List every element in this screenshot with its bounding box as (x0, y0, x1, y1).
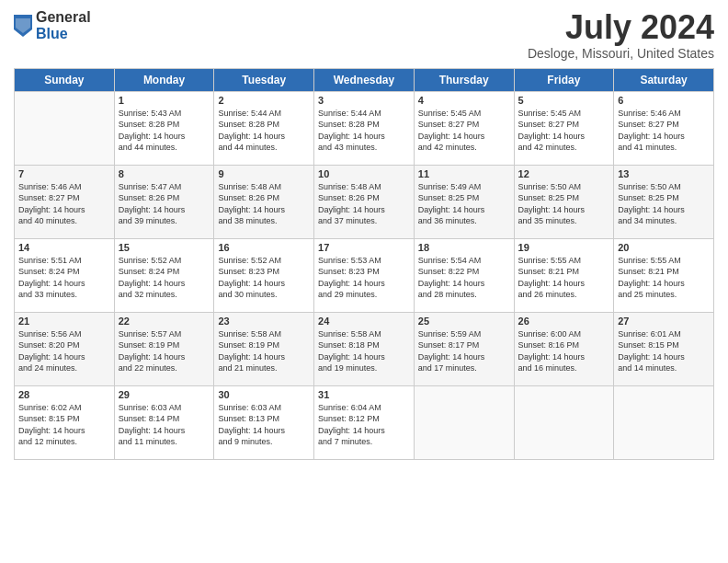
calendar-cell: 31Sunrise: 6:04 AM Sunset: 8:12 PM Dayli… (314, 385, 415, 459)
day-info: Sunrise: 6:01 AM Sunset: 8:15 PM Dayligh… (618, 328, 710, 374)
day-info: Sunrise: 5:46 AM Sunset: 8:27 PM Dayligh… (18, 181, 110, 227)
day-header-saturday: Saturday (614, 68, 714, 91)
day-info: Sunrise: 5:53 AM Sunset: 8:23 PM Dayligh… (318, 255, 410, 301)
day-number: 10 (318, 168, 410, 179)
day-header-tuesday: Tuesday (214, 68, 314, 91)
day-info: Sunrise: 5:59 AM Sunset: 8:17 PM Dayligh… (418, 328, 510, 374)
calendar-cell: 14Sunrise: 5:51 AM Sunset: 8:24 PM Dayli… (15, 238, 115, 312)
calendar-cell (614, 385, 714, 459)
calendar-cell: 10Sunrise: 5:48 AM Sunset: 8:26 PM Dayli… (314, 165, 415, 238)
calendar-cell: 4Sunrise: 5:45 AM Sunset: 8:27 PM Daylig… (414, 91, 514, 165)
header: General Blue July 2024 Desloge, Missouri… (14, 9, 714, 61)
calendar-cell: 27Sunrise: 6:01 AM Sunset: 8:15 PM Dayli… (614, 312, 714, 385)
day-info: Sunrise: 6:04 AM Sunset: 8:12 PM Dayligh… (318, 402, 410, 448)
calendar-cell: 19Sunrise: 5:55 AM Sunset: 8:21 PM Dayli… (514, 238, 614, 312)
calendar-cell: 26Sunrise: 6:00 AM Sunset: 8:16 PM Dayli… (514, 312, 614, 385)
main-title: July 2024 (528, 9, 714, 46)
day-number: 31 (318, 389, 410, 400)
day-info: Sunrise: 5:51 AM Sunset: 8:24 PM Dayligh… (18, 255, 110, 301)
calendar-cell: 16Sunrise: 5:52 AM Sunset: 8:23 PM Dayli… (214, 238, 314, 312)
day-info: Sunrise: 6:00 AM Sunset: 8:16 PM Dayligh… (518, 328, 610, 374)
day-header-thursday: Thursday (414, 68, 514, 91)
day-number: 18 (418, 242, 510, 253)
day-number: 22 (119, 316, 210, 327)
day-number: 23 (218, 316, 310, 327)
day-info: Sunrise: 5:50 AM Sunset: 8:25 PM Dayligh… (518, 181, 610, 227)
day-info: Sunrise: 5:44 AM Sunset: 8:28 PM Dayligh… (218, 108, 310, 154)
calendar-cell: 13Sunrise: 5:50 AM Sunset: 8:25 PM Dayli… (614, 165, 714, 238)
calendar-cell: 5Sunrise: 5:45 AM Sunset: 8:27 PM Daylig… (514, 91, 614, 165)
day-info: Sunrise: 5:58 AM Sunset: 8:19 PM Dayligh… (218, 328, 310, 374)
calendar-week-5: 28Sunrise: 6:02 AM Sunset: 8:15 PM Dayli… (15, 385, 714, 459)
calendar-cell: 7Sunrise: 5:46 AM Sunset: 8:27 PM Daylig… (15, 165, 115, 238)
day-number: 19 (518, 242, 610, 253)
day-info: Sunrise: 5:50 AM Sunset: 8:25 PM Dayligh… (618, 181, 710, 227)
day-info: Sunrise: 5:52 AM Sunset: 8:24 PM Dayligh… (119, 255, 210, 301)
subtitle: Desloge, Missouri, United States (528, 46, 714, 61)
day-number: 1 (119, 95, 210, 106)
day-header-monday: Monday (114, 68, 214, 91)
day-number: 7 (18, 168, 110, 179)
calendar-cell: 18Sunrise: 5:54 AM Sunset: 8:22 PM Dayli… (414, 238, 514, 312)
day-info: Sunrise: 5:49 AM Sunset: 8:25 PM Dayligh… (418, 181, 510, 227)
day-number: 13 (618, 168, 710, 179)
calendar-cell: 30Sunrise: 6:03 AM Sunset: 8:13 PM Dayli… (214, 385, 314, 459)
day-number: 27 (618, 316, 710, 327)
calendar-week-4: 21Sunrise: 5:56 AM Sunset: 8:20 PM Dayli… (15, 312, 714, 385)
day-number: 14 (18, 242, 110, 253)
calendar-header-row: SundayMondayTuesdayWednesdayThursdayFrid… (15, 68, 714, 91)
day-number: 17 (318, 242, 410, 253)
day-info: Sunrise: 5:46 AM Sunset: 8:27 PM Dayligh… (618, 108, 710, 154)
logo-icon (14, 15, 32, 37)
logo-text: General Blue (36, 9, 91, 41)
calendar-cell: 21Sunrise: 5:56 AM Sunset: 8:20 PM Dayli… (15, 312, 115, 385)
calendar-cell: 28Sunrise: 6:02 AM Sunset: 8:15 PM Dayli… (15, 385, 115, 459)
day-number: 4 (418, 95, 510, 106)
day-info: Sunrise: 6:03 AM Sunset: 8:14 PM Dayligh… (119, 402, 210, 448)
calendar-cell (15, 91, 115, 165)
calendar-cell: 29Sunrise: 6:03 AM Sunset: 8:14 PM Dayli… (114, 385, 214, 459)
day-info: Sunrise: 6:03 AM Sunset: 8:13 PM Dayligh… (218, 402, 310, 448)
day-info: Sunrise: 5:54 AM Sunset: 8:22 PM Dayligh… (418, 255, 510, 301)
calendar-week-2: 7Sunrise: 5:46 AM Sunset: 8:27 PM Daylig… (15, 165, 714, 238)
calendar-week-1: 1Sunrise: 5:43 AM Sunset: 8:28 PM Daylig… (15, 91, 714, 165)
calendar-cell: 2Sunrise: 5:44 AM Sunset: 8:28 PM Daylig… (214, 91, 314, 165)
day-info: Sunrise: 5:45 AM Sunset: 8:27 PM Dayligh… (418, 108, 510, 154)
day-number: 21 (18, 316, 110, 327)
day-number: 6 (618, 95, 710, 106)
day-info: Sunrise: 5:57 AM Sunset: 8:19 PM Dayligh… (119, 328, 210, 374)
day-number: 26 (518, 316, 610, 327)
calendar-cell: 25Sunrise: 5:59 AM Sunset: 8:17 PM Dayli… (414, 312, 514, 385)
day-number: 11 (418, 168, 510, 179)
calendar-cell: 3Sunrise: 5:44 AM Sunset: 8:28 PM Daylig… (314, 91, 415, 165)
day-info: Sunrise: 6:02 AM Sunset: 8:15 PM Dayligh… (18, 402, 110, 448)
day-info: Sunrise: 5:43 AM Sunset: 8:28 PM Dayligh… (119, 108, 210, 154)
day-number: 8 (119, 168, 210, 179)
day-info: Sunrise: 5:52 AM Sunset: 8:23 PM Dayligh… (218, 255, 310, 301)
day-info: Sunrise: 5:55 AM Sunset: 8:21 PM Dayligh… (518, 255, 610, 301)
calendar-cell: 20Sunrise: 5:55 AM Sunset: 8:21 PM Dayli… (614, 238, 714, 312)
calendar-cell: 11Sunrise: 5:49 AM Sunset: 8:25 PM Dayli… (414, 165, 514, 238)
calendar-cell: 17Sunrise: 5:53 AM Sunset: 8:23 PM Dayli… (314, 238, 415, 312)
calendar-cell: 24Sunrise: 5:58 AM Sunset: 8:18 PM Dayli… (314, 312, 415, 385)
page: General Blue July 2024 Desloge, Missouri… (0, 0, 728, 563)
day-info: Sunrise: 5:45 AM Sunset: 8:27 PM Dayligh… (518, 108, 610, 154)
day-info: Sunrise: 5:58 AM Sunset: 8:18 PM Dayligh… (318, 328, 410, 374)
calendar-cell: 23Sunrise: 5:58 AM Sunset: 8:19 PM Dayli… (214, 312, 314, 385)
day-header-friday: Friday (514, 68, 614, 91)
calendar-cell: 15Sunrise: 5:52 AM Sunset: 8:24 PM Dayli… (114, 238, 214, 312)
calendar-cell: 1Sunrise: 5:43 AM Sunset: 8:28 PM Daylig… (114, 91, 214, 165)
calendar-cell (514, 385, 614, 459)
day-number: 16 (218, 242, 310, 253)
calendar-cell: 9Sunrise: 5:48 AM Sunset: 8:26 PM Daylig… (214, 165, 314, 238)
day-header-wednesday: Wednesday (314, 68, 415, 91)
calendar-cell: 12Sunrise: 5:50 AM Sunset: 8:25 PM Dayli… (514, 165, 614, 238)
logo: General Blue (14, 9, 91, 41)
day-number: 30 (218, 389, 310, 400)
day-number: 28 (18, 389, 110, 400)
calendar: SundayMondayTuesdayWednesdayThursdayFrid… (14, 68, 714, 460)
day-header-sunday: Sunday (15, 68, 115, 91)
day-info: Sunrise: 5:56 AM Sunset: 8:20 PM Dayligh… (18, 328, 110, 374)
calendar-cell: 8Sunrise: 5:47 AM Sunset: 8:26 PM Daylig… (114, 165, 214, 238)
day-number: 9 (218, 168, 310, 179)
